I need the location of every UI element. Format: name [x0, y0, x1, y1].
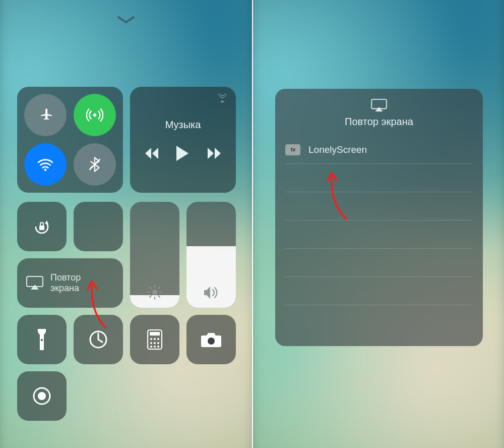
svg-point-27: [208, 338, 215, 345]
device-item-empty: [285, 277, 473, 305]
svg-point-19: [154, 338, 156, 340]
wifi-icon: [37, 156, 54, 173]
bluetooth-off-icon: [86, 156, 103, 173]
control-center-screenshot: Музыка Повтор экрана: [0, 0, 252, 448]
svg-point-20: [157, 338, 159, 340]
screen-mirroring-button[interactable]: Повтор экрана: [17, 258, 123, 308]
volume-slider[interactable]: [186, 202, 236, 308]
music-title: Музыка: [165, 119, 201, 131]
brightness-slider[interactable]: [130, 202, 179, 308]
calculator-icon: [147, 329, 162, 350]
svg-point-0: [93, 114, 96, 117]
svg-line-13: [150, 296, 151, 297]
device-item[interactable]: tv LonelyScreen: [285, 136, 473, 164]
svg-rect-3: [39, 226, 44, 230]
svg-point-29: [38, 392, 46, 400]
orientation-lock-icon: [32, 216, 52, 237]
wifi-button[interactable]: [24, 143, 67, 186]
chevron-down-icon[interactable]: [117, 15, 135, 25]
svg-point-21: [150, 342, 152, 344]
bluetooth-button[interactable]: [74, 143, 116, 186]
device-item-empty: [285, 305, 473, 333]
cellular-data-button[interactable]: [74, 94, 116, 136]
screen-mirroring-icon: [26, 276, 43, 290]
airplay-audio-icon: [217, 94, 228, 103]
screen-mirroring-label: Повтор экрана: [50, 272, 81, 293]
device-item-empty: [285, 249, 473, 277]
device-item-empty: [285, 164, 473, 192]
cellular-icon: [86, 106, 103, 124]
timer-button[interactable]: [74, 315, 123, 364]
svg-point-1: [44, 169, 47, 171]
device-item-empty: [285, 220, 473, 249]
svg-point-24: [150, 346, 152, 348]
camera-icon: [201, 331, 222, 348]
apple-tv-icon: tv: [285, 144, 300, 155]
screen-mirroring-sheet: Повтор экрана tv LonelyScreen: [275, 89, 483, 346]
device-list: tv LonelyScreen: [275, 136, 483, 346]
airplane-mode-button[interactable]: [24, 94, 67, 136]
timer-icon: [88, 329, 108, 350]
rewind-icon[interactable]: [145, 148, 158, 159]
svg-point-23: [157, 342, 159, 344]
orientation-lock-button[interactable]: [17, 202, 67, 251]
music-tile[interactable]: Музыка: [130, 87, 236, 193]
camera-button[interactable]: [186, 315, 236, 364]
device-item-empty: [285, 192, 473, 220]
brightness-icon: [147, 285, 162, 300]
do-not-disturb-button[interactable]: [74, 202, 123, 251]
sheet-title: Повтор экрана: [345, 116, 413, 128]
svg-rect-17: [150, 332, 160, 335]
screen-record-button[interactable]: [17, 371, 67, 421]
flashlight-icon: [37, 329, 47, 350]
mirror-sheet-screenshot: Повтор экрана tv LonelyScreen: [252, 0, 504, 448]
svg-point-25: [154, 346, 156, 348]
calculator-button[interactable]: [130, 315, 179, 364]
device-name: LonelyScreen: [308, 144, 367, 155]
flashlight-button[interactable]: [17, 315, 67, 364]
svg-point-22: [154, 342, 156, 344]
svg-line-11: [158, 296, 160, 297]
screen-mirroring-icon: [371, 99, 387, 112]
play-icon[interactable]: [176, 146, 190, 161]
record-icon: [32, 386, 52, 406]
connectivity-tile: [17, 87, 123, 193]
moon-icon: [89, 217, 108, 236]
svg-point-14: [41, 339, 43, 341]
volume-icon: [203, 286, 219, 300]
svg-point-26: [157, 346, 159, 348]
svg-point-5: [152, 290, 157, 295]
svg-line-10: [150, 287, 151, 289]
svg-line-12: [158, 287, 160, 289]
airplane-icon: [37, 106, 54, 124]
svg-point-18: [150, 338, 152, 340]
forward-icon[interactable]: [208, 148, 221, 159]
